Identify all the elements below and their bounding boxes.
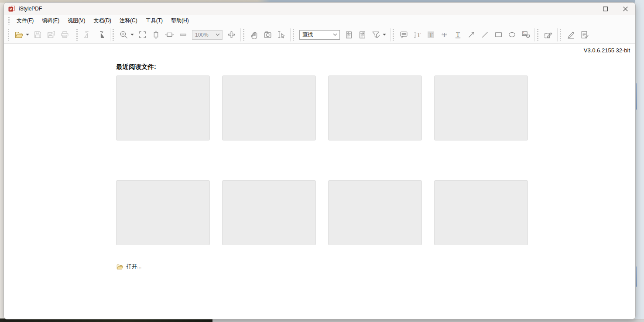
zoom-out-button[interactable] xyxy=(177,29,189,41)
recent-file-placeholder xyxy=(116,180,210,245)
save-icon xyxy=(33,30,42,39)
zoom-tool-icon xyxy=(119,30,128,39)
toolbar-drag-handle[interactable] xyxy=(113,29,114,41)
underline-button[interactable]: T xyxy=(452,29,464,41)
toolbar-drag-handle[interactable] xyxy=(8,29,9,41)
toolbar-drag-handle[interactable] xyxy=(393,29,394,41)
comment-button[interactable] xyxy=(398,29,410,41)
close-button[interactable] xyxy=(615,3,635,15)
line-icon xyxy=(480,30,490,39)
hand-icon xyxy=(250,30,259,39)
menu-item-v[interactable]: 视图(V) xyxy=(64,15,89,26)
select-tool-button[interactable] xyxy=(275,29,287,41)
signature-button[interactable] xyxy=(542,29,554,41)
fit-height-icon xyxy=(151,30,161,39)
ellipse-button[interactable] xyxy=(506,29,518,41)
menu-item-e[interactable]: 编辑(E) xyxy=(38,15,63,26)
window-title: iStylePDF xyxy=(19,6,42,12)
menubar-drag-handle[interactable] xyxy=(8,17,10,24)
comment-icon xyxy=(399,30,408,39)
save-as-button[interactable] xyxy=(45,29,57,41)
toolbar-group-rotate xyxy=(74,28,110,41)
filter-icon xyxy=(371,30,380,39)
search-next-button[interactable] xyxy=(356,29,368,41)
toolbar-drag-handle[interactable] xyxy=(243,29,244,41)
snapshot-button[interactable] xyxy=(262,29,274,41)
toolbar-group-edit xyxy=(557,28,593,41)
toolbar-group-annotate: TTTT xyxy=(390,28,534,41)
title-bar: P iStylePDF xyxy=(4,3,635,15)
folder-open-icon xyxy=(116,264,123,270)
version-label: V3.0.6.2155 32-bit xyxy=(584,47,630,54)
pen-edit-icon xyxy=(566,30,575,39)
rectangle-button[interactable] xyxy=(493,29,504,41)
toolbar-group-file xyxy=(6,28,74,41)
rotate-right-button[interactable] xyxy=(95,29,107,41)
folder-open-icon xyxy=(14,30,24,39)
recent-file-placeholder xyxy=(434,75,528,140)
search-prev-icon xyxy=(344,30,353,39)
save-button[interactable] xyxy=(32,29,44,41)
recent-file-placeholder xyxy=(116,75,210,140)
stamp-button[interactable] xyxy=(520,29,531,41)
line-button[interactable] xyxy=(479,29,491,41)
rotate-left-button[interactable] xyxy=(82,29,93,41)
search-next-icon xyxy=(358,30,367,39)
toolbar-group-tools xyxy=(240,28,290,41)
toolbar-drag-handle[interactable] xyxy=(293,29,294,41)
zoom-in-button[interactable] xyxy=(226,29,237,41)
dropdown-caret-icon[interactable] xyxy=(383,34,386,36)
minimize-button[interactable] xyxy=(575,3,595,15)
strikeout-icon: T xyxy=(440,30,449,39)
recent-files-grid xyxy=(116,75,528,245)
search-prev-button[interactable] xyxy=(343,29,355,41)
toolbar-group-zoom: 100% xyxy=(110,28,240,41)
menu-items: 文件(F)编辑(E)视图(V)文档(D)注释(C)工具(T)帮助(H) xyxy=(13,15,194,26)
zoom-in-icon xyxy=(227,30,236,39)
strikeout-button[interactable]: T xyxy=(438,29,450,41)
menu-item-c[interactable]: 注释(C) xyxy=(116,15,141,26)
open-file-link[interactable]: 打开... xyxy=(116,263,141,271)
print-button[interactable] xyxy=(59,29,71,41)
filter-button[interactable] xyxy=(370,29,382,41)
open-link-label: 打开... xyxy=(126,263,141,271)
form-button[interactable] xyxy=(579,29,590,41)
toolbar-drag-handle[interactable] xyxy=(537,29,538,41)
zoom-tool-button[interactable] xyxy=(118,29,130,41)
fit-height-button[interactable] xyxy=(150,29,162,41)
arrow-button[interactable] xyxy=(466,29,477,41)
search-combo-value: 查找 xyxy=(302,31,313,38)
menu-item-t[interactable]: 工具(T) xyxy=(142,15,166,26)
minimize-icon xyxy=(583,7,588,11)
dropdown-caret-icon[interactable] xyxy=(26,34,29,36)
highlight-button[interactable]: T xyxy=(425,29,437,41)
maximize-icon xyxy=(603,7,608,11)
fit-page-button[interactable] xyxy=(137,29,148,41)
underline-icon: T xyxy=(453,30,462,39)
svg-text:P: P xyxy=(10,7,12,11)
toolbar-group-sign xyxy=(534,28,557,41)
chevron-down-icon xyxy=(216,34,220,36)
desktop-right-strip xyxy=(635,0,644,322)
close-icon xyxy=(623,7,628,11)
search-combo[interactable]: 查找 xyxy=(299,30,340,40)
dropdown-caret-icon[interactable] xyxy=(130,34,134,36)
hand-tool-button[interactable] xyxy=(248,29,260,41)
menu-item-f[interactable]: 文件(F) xyxy=(13,15,37,26)
edit-content-button[interactable] xyxy=(565,29,577,41)
menu-item-h[interactable]: 帮助(H) xyxy=(168,15,192,26)
toolbar: 100%查找TTTT xyxy=(4,26,635,44)
toolbar-group-search: 查找 xyxy=(290,28,390,41)
fit-width-button[interactable] xyxy=(164,29,175,41)
menu-item-d[interactable]: 文档(D) xyxy=(90,15,115,26)
fit-width-icon xyxy=(165,30,174,39)
insert-text-button[interactable]: T xyxy=(411,29,423,41)
insert-text-icon: T xyxy=(413,30,422,39)
open-button[interactable] xyxy=(13,29,25,41)
maximize-button[interactable] xyxy=(595,3,615,15)
toolbar-drag-handle[interactable] xyxy=(560,29,561,41)
toolbar-drag-handle[interactable] xyxy=(76,29,78,41)
chevron-down-icon xyxy=(333,34,337,36)
zoom-combo[interactable]: 100% xyxy=(192,30,223,40)
signature-icon xyxy=(544,30,553,39)
